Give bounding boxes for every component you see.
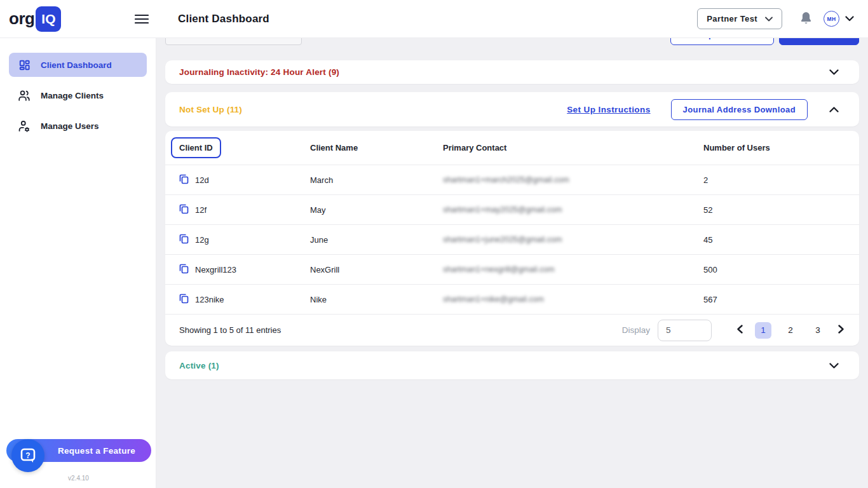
sidebar-item-manage-clients[interactable]: Manage Clients <box>9 83 147 107</box>
table-body: 12d March shartman1+march2025@gmail.com … <box>165 165 859 314</box>
client-id-text: 12d <box>195 175 209 185</box>
primary-contact-cell: shartman1+june2025@gmail.com <box>443 235 703 244</box>
copy-icon <box>179 204 189 216</box>
sidebar: Client Dashboard Manage Clients Manage U… <box>0 38 156 488</box>
journal-address-download-button[interactable]: Journal Address Download <box>671 99 808 120</box>
journaling-inactivity-panel[interactable]: Journaling Inactivity: 24 Hour Alert (9) <box>165 60 859 84</box>
chevron-up-icon <box>829 105 839 114</box>
logo-iq-badge: IQ <box>36 6 61 32</box>
copy-icon <box>179 294 189 306</box>
avatar-initials: MH <box>827 16 836 22</box>
sidebar-item-label: Client Dashboard <box>41 60 112 70</box>
sidebar-item-label: Manage Users <box>41 121 99 131</box>
user-gear-icon <box>18 120 31 132</box>
copy-icon <box>179 234 189 246</box>
dashboard-grid-icon <box>18 59 31 71</box>
chevron-down-icon <box>829 361 839 370</box>
main-content: Bulk Upload Clients Add Client Journalin… <box>156 0 868 379</box>
client-name-cell: June <box>310 235 443 245</box>
previous-page-button[interactable] <box>736 323 744 337</box>
client-name-cell: March <box>310 175 443 185</box>
chevron-down-icon <box>845 14 854 24</box>
column-header-client-name: Client Name <box>310 143 443 152</box>
partner-select-value: Partner Test <box>707 14 757 24</box>
active-expand-button[interactable] <box>828 360 840 372</box>
users-count-cell: 45 <box>703 235 845 245</box>
copy-client-id-button[interactable] <box>179 264 189 276</box>
next-page-button[interactable] <box>837 323 845 337</box>
not-set-up-collapse-button[interactable] <box>828 104 840 116</box>
copy-client-id-button[interactable] <box>179 234 189 246</box>
chevron-down-icon <box>829 67 839 77</box>
chevron-down-icon <box>765 14 773 24</box>
clients-table: Client ID Client Name Primary Contact Nu… <box>165 131 859 346</box>
table-row[interactable]: 12f May shartman1+may2025@gmail.com 52 <box>165 194 859 224</box>
users-count-cell: 52 <box>703 205 845 215</box>
sidebar-item-label: Manage Clients <box>41 91 104 100</box>
column-header-client-id[interactable]: Client ID <box>171 137 221 158</box>
logo-text-org: org <box>9 9 34 29</box>
client-id-text: Nexgrill123 <box>195 265 236 274</box>
client-id-text: 123nike <box>195 295 224 304</box>
journaling-panel-title: Journaling Inactivity: 24 Hour Alert (9) <box>179 67 339 77</box>
users-count-cell: 500 <box>703 265 845 274</box>
client-name-cell: May <box>310 205 443 215</box>
journaling-expand-button[interactable] <box>828 66 840 78</box>
copy-icon <box>179 264 189 276</box>
client-id-text: 12g <box>195 235 209 245</box>
user-menu-chevron-button[interactable] <box>844 13 855 25</box>
primary-contact-cell: shartman1+nike@gmail.com <box>443 295 703 304</box>
client-name-cell: NexGrill <box>310 265 443 274</box>
page-button-1[interactable]: 1 <box>755 322 771 339</box>
hamburger-icon <box>135 14 149 24</box>
primary-contact-cell: shartman1+may2025@gmail.com <box>443 205 703 214</box>
active-panel-title: Active (1) <box>179 361 219 370</box>
copy-client-id-button[interactable] <box>179 174 189 186</box>
table-row[interactable]: 12g June shartman1+june2025@gmail.com 45 <box>165 224 859 254</box>
sidebar-item-manage-users[interactable]: Manage Users <box>9 114 147 138</box>
pagination-bar: Showing 1 to 5 of 11 entries Display 1 2… <box>165 314 859 346</box>
display-label: Display <box>622 325 650 335</box>
entries-summary: Showing 1 to 5 of 11 entries <box>179 325 281 335</box>
column-header-number-of-users: Number of Users <box>703 143 845 152</box>
table-row[interactable]: Nexgrill123 NexGrill shartman1+nexgrill@… <box>165 254 859 284</box>
display-count-input[interactable] <box>658 320 712 341</box>
people-icon <box>18 90 31 101</box>
sidebar-item-client-dashboard[interactable]: Client Dashboard <box>9 53 147 77</box>
bell-icon <box>800 17 812 27</box>
not-set-up-panel-title: Not Set Up (11) <box>179 105 242 114</box>
page-button-2[interactable]: 2 <box>782 322 799 339</box>
column-header-label: Client ID <box>179 143 213 152</box>
chevron-right-icon <box>838 325 844 336</box>
notifications-button[interactable] <box>799 10 813 28</box>
column-header-primary-contact: Primary Contact <box>443 143 703 152</box>
table-row[interactable]: 12d March shartman1+march2025@gmail.com … <box>165 165 859 194</box>
client-name-cell: Nike <box>310 295 443 304</box>
set-up-instructions-link[interactable]: Set Up Instructions <box>567 105 650 114</box>
hamburger-menu-button[interactable] <box>132 11 151 27</box>
copy-icon <box>179 174 189 186</box>
table-header-row: Client ID Client Name Primary Contact Nu… <box>165 131 859 165</box>
primary-contact-cell: shartman1+nexgrill@gmail.com <box>443 265 703 274</box>
copy-client-id-button[interactable] <box>179 294 189 306</box>
page-button-3[interactable]: 3 <box>810 322 826 339</box>
top-header: org IQ Client Dashboard Partner Test MH <box>0 0 868 38</box>
copy-client-id-button[interactable] <box>179 204 189 216</box>
not-set-up-panel[interactable]: Not Set Up (11) Set Up Instructions Jour… <box>165 92 859 126</box>
primary-contact-cell: shartman1+march2025@gmail.com <box>443 175 703 184</box>
user-avatar[interactable]: MH <box>824 11 839 27</box>
request-feature-label: Request a Feature <box>58 446 135 456</box>
svg-text:?: ? <box>25 451 30 460</box>
users-count-cell: 2 <box>703 175 845 185</box>
client-id-text: 12f <box>195 205 207 215</box>
chevron-left-icon <box>737 325 743 336</box>
chat-question-icon[interactable]: ? <box>11 439 44 472</box>
app-logo[interactable]: org IQ <box>9 6 79 32</box>
page-title: Client Dashboard <box>178 13 269 25</box>
active-panel[interactable]: Active (1) <box>165 351 859 379</box>
partner-select-dropdown[interactable]: Partner Test <box>697 8 782 29</box>
users-count-cell: 567 <box>703 295 845 304</box>
table-row[interactable]: 123nike Nike shartman1+nike@gmail.com 56… <box>165 284 859 314</box>
